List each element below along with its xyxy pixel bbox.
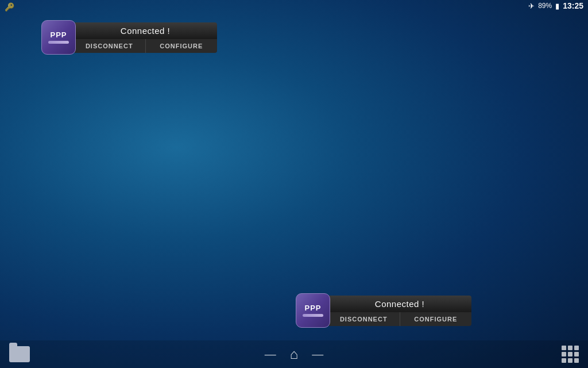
ppp-panel-bottom: Connected ! DISCONNECT CONFIGURE: [328, 296, 471, 326]
ppp-status-text-bottom: Connected !: [328, 296, 471, 312]
ppp-icon-text-bottom: PPP: [304, 304, 321, 312]
grid-dot: [568, 358, 572, 363]
ppp-icon-text-top: PPP: [50, 31, 67, 39]
nav-center-area: — ⌂ —: [265, 346, 324, 362]
configure-button-bottom[interactable]: CONFIGURE: [400, 312, 472, 326]
home-button[interactable]: ⌂: [290, 346, 299, 362]
ppp-widget-bottom: PPP Connected ! DISCONNECT CONFIGURE: [296, 293, 471, 328]
grid-dot: [568, 346, 572, 350]
ppp-status-text-top: Connected !: [74, 22, 217, 39]
ppp-widget-top: PPP Connected ! DISCONNECT CONFIGURE: [41, 20, 217, 55]
ppp-panel-top: Connected ! DISCONNECT CONFIGURE: [74, 22, 217, 53]
airplane-icon: ✈: [528, 2, 535, 10]
back-button[interactable]: —: [265, 348, 276, 361]
ppp-icon-bar-top: [48, 41, 69, 44]
apps-grid-button[interactable]: [562, 346, 579, 363]
key-icon: 🔑: [5, 2, 14, 12]
grid-dot: [574, 358, 579, 363]
grid-dot: [562, 346, 566, 350]
ppp-app-icon-top[interactable]: PPP: [41, 20, 76, 55]
nav-bar: — ⌂ —: [0, 340, 588, 368]
ppp-actions-bottom: DISCONNECT CONFIGURE: [328, 312, 471, 326]
status-bar: ✈ 89% ▮ 13:25: [528, 0, 588, 12]
nav-right-area: [562, 346, 579, 363]
battery-percent: 89%: [538, 2, 552, 10]
battery-icon: ▮: [555, 2, 559, 10]
configure-button-top[interactable]: CONFIGURE: [146, 39, 218, 53]
grid-dot: [574, 352, 579, 356]
nav-left-area: [9, 346, 30, 362]
grid-dot: [562, 358, 566, 363]
disconnect-button-bottom[interactable]: DISCONNECT: [328, 312, 400, 326]
recents-button[interactable]: —: [312, 348, 323, 361]
ppp-actions-top: DISCONNECT CONFIGURE: [74, 39, 217, 53]
disconnect-button-top[interactable]: DISCONNECT: [74, 39, 146, 53]
ppp-app-icon-bottom[interactable]: PPP: [296, 293, 330, 328]
ppp-icon-bar-bottom: [303, 314, 323, 317]
clock: 13:25: [563, 1, 583, 10]
grid-dot: [562, 352, 566, 356]
grid-dot: [568, 352, 572, 356]
grid-dot: [574, 346, 579, 350]
folder-icon[interactable]: [9, 346, 30, 362]
